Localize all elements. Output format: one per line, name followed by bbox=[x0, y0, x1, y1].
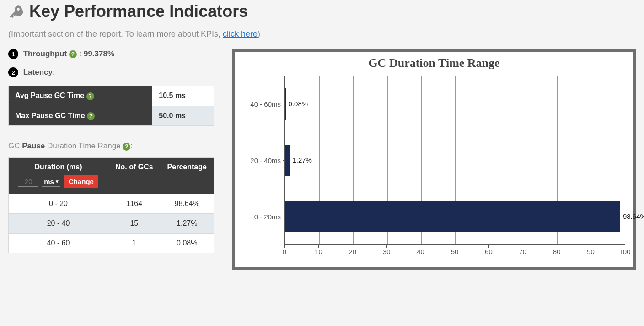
latency-table: Avg Pause GC Time ? 10.5 ms Max Pause GC… bbox=[8, 86, 214, 126]
cell-count: 15 bbox=[108, 214, 160, 234]
subtitle: (Important section of the report. To lea… bbox=[8, 29, 636, 39]
cell-pct: 0.08% bbox=[160, 234, 214, 253]
help-icon[interactable]: ? bbox=[87, 112, 95, 120]
x-tick-label: 60 bbox=[485, 248, 493, 255]
duration-table: Duration (ms) ms ▾ Change No. of bbox=[8, 157, 214, 253]
page-title: Key Performance Indicators bbox=[8, 2, 636, 21]
subtitle-suffix: ) bbox=[258, 29, 260, 38]
chart-x-axis: 0102030405060708090100 bbox=[284, 245, 625, 259]
cell-count: 1 bbox=[108, 234, 160, 253]
latency-row-label: Avg Pause GC Time bbox=[15, 92, 84, 99]
throughput-line: 1 Throughput ? : 99.378% bbox=[8, 49, 214, 59]
cell-pct: 98.64% bbox=[160, 194, 214, 214]
table-row: 20 - 40151.27% bbox=[9, 214, 214, 234]
latency-line: 2 Latency: bbox=[8, 67, 214, 77]
x-tick-label: 10 bbox=[315, 248, 322, 255]
latency-row-value: 50.0 ms bbox=[152, 106, 214, 126]
y-tick-label: 40 - 60ms bbox=[250, 100, 281, 108]
chart-title: GC Duration Time Range bbox=[243, 56, 625, 70]
cell-range: 40 - 60 bbox=[9, 234, 108, 253]
range-title: GC Pause Duration Time Range ?: bbox=[8, 141, 214, 151]
bar-value-label: 0.08% bbox=[289, 100, 308, 108]
x-tick-label: 30 bbox=[383, 248, 391, 255]
duration-input[interactable] bbox=[18, 177, 38, 187]
latency-row-value: 10.5 ms bbox=[152, 86, 214, 106]
col-duration-label: Duration (ms) bbox=[35, 163, 82, 171]
help-icon[interactable]: ? bbox=[123, 143, 130, 151]
y-tick-label: 0 - 20ms bbox=[254, 213, 281, 221]
table-row: 0 - 20116498.64% bbox=[9, 194, 214, 214]
chart-plot: 0 - 20ms20 - 40ms40 - 60ms 98.64%1.27%0.… bbox=[284, 76, 625, 245]
change-button[interactable]: Change bbox=[64, 175, 98, 188]
cell-count: 1164 bbox=[108, 194, 160, 214]
bar-value-label: 1.27% bbox=[292, 156, 312, 164]
x-tick-label: 50 bbox=[451, 248, 459, 255]
duration-unit-select[interactable]: ms ▾ bbox=[42, 177, 60, 187]
chart-bar bbox=[285, 88, 286, 120]
chart-bar bbox=[285, 201, 620, 232]
x-tick-label: 70 bbox=[519, 248, 526, 255]
latency-label: Latency: bbox=[23, 68, 55, 76]
chart-bar bbox=[285, 145, 290, 176]
table-row: Avg Pause GC Time ? 10.5 ms bbox=[9, 86, 214, 106]
help-icon[interactable]: ? bbox=[86, 92, 94, 100]
bullet-2: 2 bbox=[8, 67, 18, 77]
x-tick-label: 40 bbox=[417, 248, 424, 255]
bullet-1: 1 bbox=[8, 49, 18, 59]
table-row: 40 - 6010.08% bbox=[9, 234, 214, 253]
cell-pct: 1.27% bbox=[160, 214, 214, 234]
throughput-label: Throughput bbox=[23, 49, 67, 58]
throughput-value: 99.378% bbox=[84, 49, 114, 58]
x-tick-label: 100 bbox=[619, 248, 630, 255]
y-tick-label: 20 - 40ms bbox=[250, 157, 281, 164]
latency-row-label: Max Pause GC Time bbox=[15, 112, 85, 120]
cell-range: 0 - 20 bbox=[9, 194, 108, 214]
chevron-down-icon: ▾ bbox=[56, 179, 59, 185]
bar-value-label: 98.64% bbox=[623, 212, 644, 220]
subtitle-prefix: (Important section of the report. To lea… bbox=[8, 29, 223, 38]
x-tick-label: 20 bbox=[349, 248, 356, 255]
table-row: Max Pause GC Time ? 50.0 ms bbox=[9, 106, 214, 126]
key-icon bbox=[8, 4, 24, 19]
cell-range: 20 - 40 bbox=[9, 214, 108, 234]
col-pct: Percentage bbox=[160, 158, 214, 194]
chart-frame: GC Duration Time Range 0 - 20ms20 - 40ms… bbox=[232, 49, 636, 270]
col-gcs: No. of GCs bbox=[108, 158, 160, 194]
page-title-text: Key Performance Indicators bbox=[29, 2, 248, 21]
col-duration: Duration (ms) ms ▾ Change bbox=[9, 158, 108, 194]
x-tick-label: 90 bbox=[587, 248, 595, 255]
x-tick-label: 0 bbox=[283, 248, 286, 255]
x-tick-label: 80 bbox=[553, 248, 561, 255]
help-icon[interactable]: ? bbox=[69, 50, 77, 58]
learn-more-link[interactable]: click here bbox=[223, 29, 258, 38]
